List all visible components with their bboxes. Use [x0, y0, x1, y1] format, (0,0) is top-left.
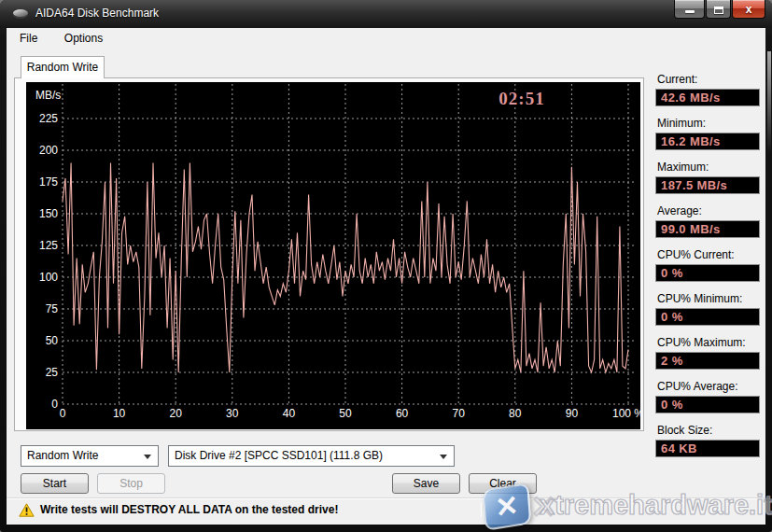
svg-text:30: 30	[226, 407, 239, 420]
status-warning-text: Write tests will DESTROY ALL DATA on the…	[40, 503, 338, 516]
stat-value: 0 %	[655, 308, 760, 326]
drive-select[interactable]: Disk Drive #2 [SPCC SSD101] (111.8 GB)	[168, 445, 455, 467]
clear-button[interactable]: Clear	[469, 473, 537, 494]
svg-text:25: 25	[46, 366, 59, 379]
stat-group: CPU% Current:0 %	[655, 248, 760, 282]
client-area: File Options Random Write MB/s2252001751…	[7, 28, 765, 525]
svg-text:20: 20	[170, 407, 183, 420]
stat-value: 2 %	[655, 352, 760, 370]
svg-text:80: 80	[509, 407, 522, 420]
svg-text:100 %: 100 %	[612, 407, 640, 420]
svg-text:40: 40	[283, 407, 296, 420]
svg-text:200: 200	[39, 144, 58, 157]
stat-label: Current:	[657, 73, 760, 86]
maximize-icon	[714, 7, 723, 14]
minimize-icon	[685, 10, 695, 13]
svg-text:125: 125	[39, 239, 58, 252]
stop-button: Stop	[97, 473, 165, 494]
stat-value: 0 %	[655, 396, 760, 413]
stat-label: CPU% Maximum:	[657, 336, 760, 349]
title-bar[interactable]: AIDA64 Disk Benchmark x	[0, 0, 772, 28]
stat-group: Block Size:64 KB	[655, 424, 760, 457]
svg-text:10: 10	[113, 407, 126, 420]
stat-group: CPU% Maximum:2 %	[655, 336, 760, 370]
close-icon: x	[746, 3, 752, 16]
stat-value: 64 KB	[655, 440, 760, 457]
stat-value: 187.5 MB/s	[655, 176, 760, 194]
chevron-down-icon	[440, 455, 447, 459]
svg-text:175: 175	[39, 175, 58, 189]
stats-panel: Current:42.6 MB/sMinimum:16.2 MB/sMaximu…	[655, 73, 760, 468]
minimize-button[interactable]	[674, 0, 705, 19]
stat-label: Maximum:	[657, 161, 760, 174]
drive-select-value: Disk Drive #2 [SPCC SSD101] (111.8 GB)	[175, 449, 383, 462]
elapsed-timer: 02:51	[498, 89, 544, 108]
app-icon	[13, 8, 30, 20]
window-title: AIDA64 Disk Benchmark	[35, 7, 159, 20]
stat-label: CPU% Minimum:	[657, 292, 760, 305]
status-separator	[481, 502, 482, 517]
svg-text:100: 100	[39, 271, 58, 284]
test-type-value: Random Write	[27, 449, 98, 462]
stat-group: CPU% Minimum:0 %	[655, 292, 760, 326]
stat-label: Minimum:	[657, 117, 760, 130]
tab-random-write[interactable]: Random Write	[21, 56, 105, 78]
stat-value: 42.6 MB/s	[655, 89, 760, 106]
maximize-button[interactable]	[706, 0, 731, 19]
stat-group: Average:99.0 MB/s	[655, 204, 760, 238]
svg-text:75: 75	[46, 302, 59, 315]
stat-label: Block Size:	[657, 424, 760, 437]
status-bar: Write tests will DESTROY ALL DATA on the…	[7, 497, 765, 520]
chevron-down-icon	[144, 455, 151, 459]
stat-group: Maximum:187.5 MB/s	[655, 161, 760, 194]
stat-value: 0 %	[655, 264, 760, 282]
menu-file[interactable]: File	[10, 28, 47, 48]
svg-text:70: 70	[453, 407, 466, 420]
svg-text:90: 90	[566, 407, 579, 420]
svg-text:225: 225	[39, 112, 58, 125]
chart-svg: MB/s225200175150125100755025001020304050…	[26, 82, 640, 429]
start-button[interactable]: Start	[21, 473, 89, 494]
svg-text:0: 0	[60, 407, 66, 420]
stat-value: 99.0 MB/s	[655, 220, 760, 238]
svg-text:0: 0	[51, 398, 58, 411]
svg-text:50: 50	[339, 407, 352, 420]
close-button[interactable]: x	[732, 0, 765, 19]
app-window: AIDA64 Disk Benchmark x File Options Ran…	[0, 0, 772, 532]
stat-group: Current:42.6 MB/s	[655, 73, 760, 106]
svg-text:150: 150	[39, 207, 58, 220]
benchmark-chart: MB/s225200175150125100755025001020304050…	[26, 82, 640, 429]
warning-icon	[19, 503, 35, 517]
save-button[interactable]: Save	[392, 473, 460, 494]
svg-text:50: 50	[46, 334, 59, 347]
stat-label: Average:	[657, 204, 760, 217]
menu-options[interactable]: Options	[55, 28, 112, 48]
window-border-sheen	[767, 51, 771, 154]
menu-bar: File Options	[7, 28, 765, 49]
stat-value: 16.2 MB/s	[655, 133, 760, 150]
stat-group: CPU% Average:0 %	[655, 380, 760, 413]
stat-label: CPU% Average:	[657, 380, 760, 393]
svg-text:MB/s: MB/s	[35, 89, 61, 102]
test-type-select[interactable]: Random Write	[21, 445, 159, 467]
stat-label: CPU% Current:	[657, 248, 760, 261]
svg-text:60: 60	[396, 407, 409, 420]
stat-group: Minimum:16.2 MB/s	[655, 117, 760, 150]
